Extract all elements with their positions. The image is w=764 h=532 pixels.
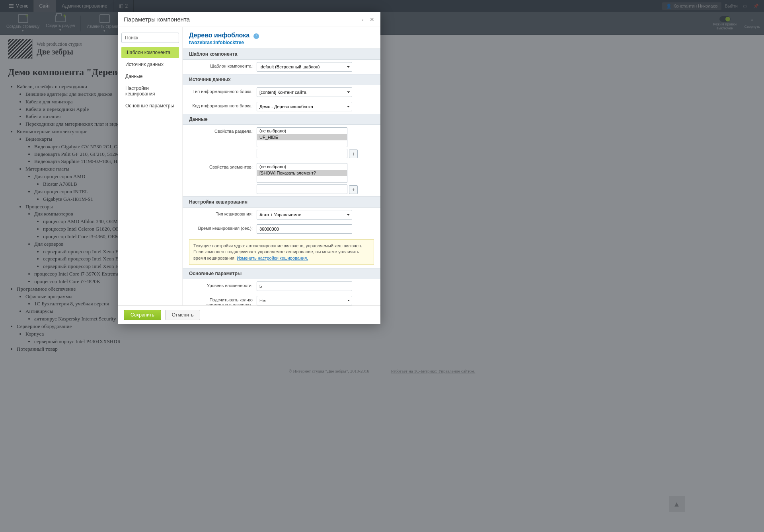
dialog-main-header: Дерево инфоблока i twozebras:infoblocktr… xyxy=(183,27,380,49)
section-cache: Настройки кеширования xyxy=(183,196,380,208)
nav-data-source[interactable]: Источник данных xyxy=(121,59,179,70)
close-icon: ✕ xyxy=(370,16,374,23)
label-count-elements: Подсчитывать кол-во элементов в разделах… xyxy=(189,296,253,305)
label-iblock-code: Код информационного блока: xyxy=(189,102,253,108)
nav-base-params[interactable]: Основные параметры xyxy=(121,100,179,111)
input-element-prop-add[interactable] xyxy=(257,184,347,194)
dialog-titlebar: Параметры компонента ▫ ✕ xyxy=(118,12,380,27)
label-cache-type: Тип кеширования: xyxy=(189,210,253,216)
dialog-sidebar: Шаблон компонента Источник данных Данные… xyxy=(118,27,183,305)
component-code: twozebras:infoblocktree xyxy=(189,40,374,45)
label-iblock-type: Тип информационного блока: xyxy=(189,87,253,94)
search-input[interactable] xyxy=(121,33,179,43)
add-section-prop-button[interactable]: + xyxy=(349,150,358,158)
section-data: Данные xyxy=(183,114,380,125)
select-iblock-code[interactable]: Демо - Дерево инфоблока xyxy=(257,102,352,111)
label-cache-time: Время кеширования (сек.): xyxy=(189,224,253,231)
section-template: Шаблон компонента xyxy=(183,49,380,60)
input-depth[interactable] xyxy=(257,282,352,291)
component-title: Дерево инфоблока xyxy=(189,32,249,39)
save-button[interactable]: Сохранить xyxy=(124,310,161,320)
label-template: Шаблон компонента: xyxy=(189,62,253,68)
input-section-prop-add[interactable] xyxy=(257,149,347,158)
close-button[interactable]: ✕ xyxy=(369,17,375,22)
select-iblock-type[interactable]: [content] Контент сайта xyxy=(257,87,352,97)
cache-settings-link[interactable]: Изменить настройки кеширования. xyxy=(237,256,308,260)
section-base: Основные параметры xyxy=(183,268,380,279)
dialog-title: Параметры компонента xyxy=(124,16,190,23)
nav-template[interactable]: Шаблон компонента xyxy=(121,47,179,58)
label-depth: Уровень вложенности: xyxy=(189,282,253,288)
input-cache-time[interactable] xyxy=(257,224,352,234)
params-form: Шаблон компонента Шаблон компонента: .de… xyxy=(183,49,380,305)
select-element-props[interactable]: (не выбрано)[SHOW] Показать элемент? xyxy=(257,163,347,183)
cache-info-note: Текущие настройки ядра: автокеширование … xyxy=(189,239,374,265)
select-template[interactable]: .default (Встроенный шаблон) xyxy=(257,62,352,72)
section-data-source: Источник данных xyxy=(183,74,380,85)
cancel-button[interactable]: Отменить xyxy=(165,310,201,320)
nav-cache[interactable]: Настройки кеширования xyxy=(121,83,179,99)
modal-overlay xyxy=(0,0,764,532)
label-element-props: Свойства элементов: xyxy=(189,163,253,169)
label-section-props: Свойства раздела: xyxy=(189,127,253,134)
info-icon[interactable]: i xyxy=(253,33,259,39)
component-params-dialog: Параметры компонента ▫ ✕ Шаблон компонен… xyxy=(118,12,380,324)
maximize-button[interactable]: ▫ xyxy=(360,17,365,22)
nav-data[interactable]: Данные xyxy=(121,71,179,82)
add-element-prop-button[interactable]: + xyxy=(349,185,358,194)
select-section-props[interactable]: (не выбрано)UF_HIDE xyxy=(257,127,347,147)
select-count-elements[interactable]: Нет xyxy=(257,296,352,305)
dialog-footer: Сохранить Отменить xyxy=(118,305,380,324)
select-cache-type[interactable]: Авто + Управляемое xyxy=(257,210,352,219)
maximize-icon: ▫ xyxy=(362,16,364,23)
